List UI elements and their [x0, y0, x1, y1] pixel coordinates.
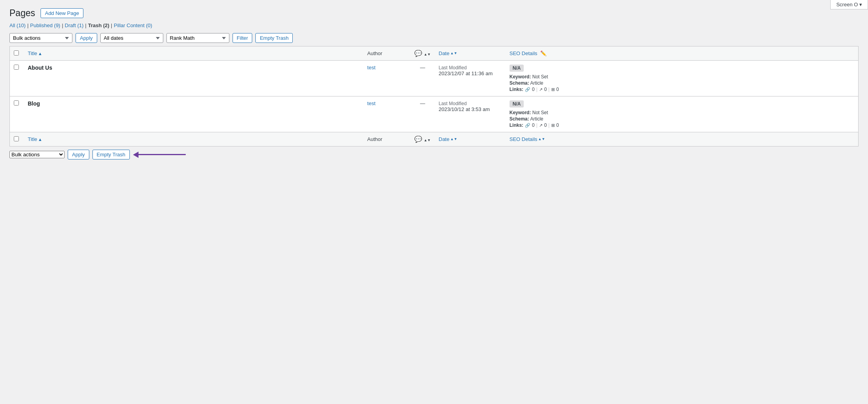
comment-sort-icons: ▲▼	[424, 53, 431, 56]
row2-date-label: Last Modified	[439, 101, 467, 106]
comment-sort-icons-footer: ▲▼	[424, 139, 431, 142]
nav-pillar-content[interactable]: Pillar Content (0)	[114, 22, 152, 28]
seo-sort-icon-footer: ▲▼	[538, 137, 545, 141]
rank-math-wrapper: Rank Math	[166, 33, 229, 43]
nav-all[interactable]: All (10)	[9, 22, 26, 28]
row2-schema-label: Schema:	[510, 116, 529, 122]
row2-keyword-line: Keyword: Not Set	[510, 110, 854, 115]
comments-footer-header: 💬 ▲▼	[410, 132, 434, 146]
row1-comments-value: —	[420, 65, 425, 70]
select-all-checkbox[interactable]	[14, 50, 19, 56]
row2-links-label: Links:	[510, 122, 523, 128]
title-header-label: Title	[28, 50, 37, 56]
row2-checkbox-cell	[10, 96, 24, 132]
row1-links-internal: 0	[532, 87, 535, 92]
row2-schema-value: Article	[530, 116, 543, 122]
row1-title-cell: About Us	[24, 61, 364, 96]
row1-date-value: 2023/12/07 at 11:36 am	[439, 70, 493, 76]
row1-seo-badge: N/A	[510, 65, 524, 72]
filter-button[interactable]: Filter	[233, 33, 253, 43]
row2-links-external: 0	[544, 122, 547, 128]
empty-trash-button-bottom[interactable]: Empty Trash	[92, 150, 130, 159]
comment-icon-footer: 💬	[414, 136, 422, 143]
seo-header-label: SEO Details	[510, 50, 537, 56]
author-footer-label: Author	[367, 136, 382, 142]
row1-checkbox-cell	[10, 61, 24, 96]
arrow-annotation	[133, 152, 186, 158]
comments-column-header: 💬 ▲▼	[410, 46, 434, 61]
author-footer-header: Author	[363, 132, 410, 146]
all-dates-select[interactable]: All dates	[100, 33, 163, 43]
screen-options-button[interactable]: Screen O ▾	[830, 0, 868, 9]
row1-comments-cell: —	[410, 61, 434, 96]
date-header-label: Date	[439, 50, 449, 56]
row2-comments-cell: —	[410, 96, 434, 132]
seo-sort-link-footer[interactable]: SEO Details ▲▼	[510, 136, 545, 142]
row2-links-internal: 0	[532, 122, 535, 128]
page-status-nav: All (10) | Published (9) | Draft (1) | T…	[9, 22, 859, 28]
row2-title-link[interactable]: Blog	[28, 100, 40, 107]
rank-math-select[interactable]: Rank Math	[166, 33, 229, 43]
row1-checkbox[interactable]	[14, 65, 19, 70]
row1-author-link[interactable]: test	[367, 65, 375, 70]
row1-link-icon-internal: 🔗	[525, 87, 530, 92]
title-sort-link-footer[interactable]: Title ▲	[28, 136, 42, 142]
nav-published[interactable]: Published (9)	[30, 22, 61, 28]
seo-sort-link[interactable]: SEO Details	[510, 50, 537, 56]
date-sort-icon-footer: ▲▼	[450, 137, 457, 141]
row2-author-link[interactable]: test	[367, 100, 375, 106]
row1-title-link[interactable]: About Us	[28, 65, 52, 71]
title-column-header: Title ▲	[24, 46, 364, 61]
title-footer-label: Title	[28, 136, 37, 142]
edit-seo-icon[interactable]: ✏️	[540, 50, 547, 56]
apply-button-top[interactable]: Apply	[76, 33, 97, 43]
title-sort-icon: ▲	[38, 51, 42, 56]
pages-table: Title ▲ Author 💬 ▲▼ Date ▲▼	[9, 46, 859, 146]
seo-column-header: SEO Details ✏️	[506, 46, 859, 61]
author-header-label: Author	[367, 50, 382, 56]
arrow-head	[133, 152, 139, 158]
row1-keyword-label: Keyword:	[510, 74, 531, 80]
row1-seo-cell: N/A Keyword: Not Set Schema: Article Lin…	[506, 61, 859, 96]
title-sort-link[interactable]: Title ▲	[28, 50, 42, 56]
apply-button-bottom[interactable]: Apply	[68, 150, 89, 159]
date-sort-link-footer[interactable]: Date ▲▼	[439, 136, 457, 142]
row2-checkbox[interactable]	[14, 100, 19, 106]
select-all-header	[10, 46, 24, 61]
date-sort-icon: ▲▼	[450, 52, 457, 55]
empty-trash-button-top[interactable]: Empty Trash	[255, 33, 293, 43]
date-sort-link[interactable]: Date ▲▼	[439, 50, 457, 56]
comment-icon: 💬	[414, 50, 422, 57]
row2-seo-badge: N/A	[510, 100, 524, 107]
row2-schema-line: Schema: Article	[510, 116, 854, 122]
page-header: Pages Add New Page	[9, 8, 859, 19]
row2-keyword-value: Not Set	[532, 110, 548, 115]
row2-link-icon-affiliate: ⊞	[551, 123, 555, 128]
row1-schema-line: Schema: Article	[510, 80, 854, 86]
row1-author-cell: test	[363, 61, 410, 96]
row2-link-icon-internal: 🔗	[525, 123, 530, 128]
row1-links-label: Links:	[510, 87, 523, 92]
date-footer-label: Date	[439, 136, 449, 142]
bulk-actions-select-bottom[interactable]: Bulk actions Restore Delete Permanently	[9, 151, 65, 158]
top-toolbar: Bulk actions Restore Delete Permanently …	[9, 33, 859, 43]
row2-seo-cell: N/A Keyword: Not Set Schema: Article Lin…	[506, 96, 859, 132]
row1-schema-label: Schema:	[510, 80, 529, 86]
date-column-header: Date ▲▼	[435, 46, 506, 61]
nav-draft[interactable]: Draft (1)	[65, 22, 84, 28]
arrow-line	[139, 154, 186, 155]
row1-date-cell: Last Modified 2023/12/07 at 11:36 am	[435, 61, 506, 96]
add-new-page-button[interactable]: Add New Page	[41, 8, 83, 18]
row2-keyword-label: Keyword:	[510, 110, 531, 115]
page-title: Pages	[9, 8, 35, 19]
screen-options-label: Screen O	[836, 2, 858, 7]
row2-link-icon-external: ↗	[539, 123, 543, 128]
author-column-header: Author	[363, 46, 410, 61]
select-all-checkbox-footer[interactable]	[14, 136, 19, 141]
row2-comments-value: —	[420, 100, 425, 106]
row2-date-value: 2023/10/12 at 3:53 am	[439, 106, 490, 112]
title-footer-header: Title ▲	[24, 132, 364, 146]
row1-schema-value: Article	[530, 80, 543, 86]
bulk-actions-select[interactable]: Bulk actions Restore Delete Permanently	[9, 33, 72, 43]
row1-links-external: 0	[544, 87, 547, 92]
